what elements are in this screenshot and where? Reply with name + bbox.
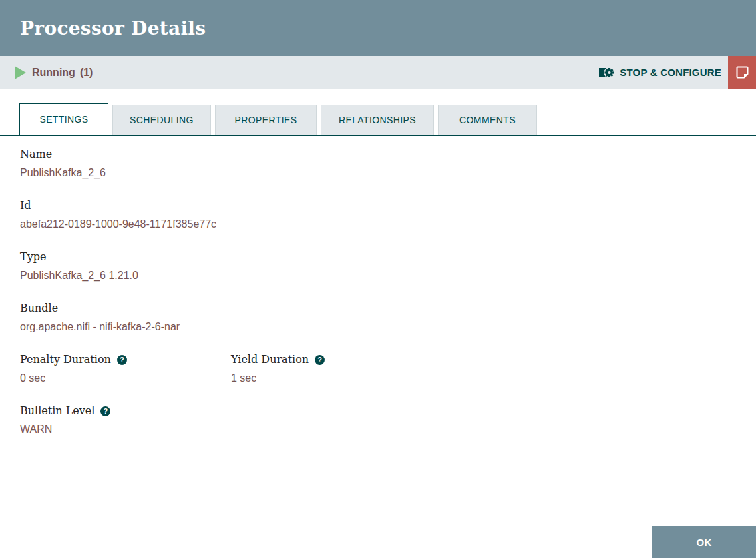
bulletin-level-value: WARN [20, 422, 736, 437]
yield-duration-label: Yield Duration ? [231, 352, 325, 367]
dialog-title: Processor Details [20, 17, 206, 39]
tab-relationships-label: RELATIONSHIPS [339, 115, 416, 125]
penalty-duration-label-text: Penalty Duration [20, 352, 111, 367]
tab-properties[interactable]: PROPERTIES [215, 105, 317, 135]
field-yield-duration: Yield Duration ? 1 sec [231, 352, 325, 386]
bulletin-level-label-text: Bulletin Level [20, 404, 94, 418]
ok-button[interactable]: OK [652, 526, 756, 558]
field-id: Id abefa212-0189-1000-9e48-1171f385e77c [20, 198, 736, 232]
run-state-label: Running [32, 67, 75, 79]
question-circle-icon[interactable]: ? [117, 355, 127, 365]
name-label: Name [20, 147, 736, 162]
type-label: Type [20, 250, 736, 264]
tab-properties-label: PROPERTIES [235, 115, 297, 125]
bulletin-level-label: Bulletin Level ? [20, 404, 736, 418]
penalty-duration-label: Penalty Duration ? [20, 352, 231, 367]
status-bar: Running (1) STOP & CONFIG [0, 56, 756, 89]
question-circle-icon[interactable]: ? [100, 406, 110, 416]
run-state-count: (1) [80, 67, 93, 79]
bulletin-indicator[interactable] [728, 56, 756, 89]
tab-settings-label: SETTINGS [39, 114, 88, 125]
settings-tab-content: Name PublishKafka_2_6 Id abefa212-0189-1… [0, 136, 756, 437]
field-bulletin-level: Bulletin Level ? WARN [20, 404, 736, 437]
stop-and-configure-label: STOP & CONFIGURE [620, 67, 721, 78]
yield-duration-value: 1 sec [231, 371, 325, 386]
operate-gear-icon [599, 66, 615, 79]
penalty-duration-value: 0 sec [20, 371, 231, 386]
field-type: Type PublishKafka_2_6 1.21.0 [20, 250, 736, 283]
field-penalty-duration: Penalty Duration ? 0 sec [20, 352, 231, 386]
name-value: PublishKafka_2_6 [20, 166, 736, 180]
duration-row: Penalty Duration ? 0 sec Yield Duration … [20, 352, 736, 404]
tab-comments-label: COMMENTS [459, 115, 516, 125]
tab-settings[interactable]: SETTINGS [19, 103, 108, 135]
processor-details-dialog: Processor Details Running (1) [0, 0, 756, 437]
id-value: abefa212-0189-1000-9e48-1171f385e77c [20, 217, 736, 232]
field-bundle: Bundle org.apache.nifi - nifi-kafka-2-6-… [20, 301, 736, 334]
tab-relationships[interactable]: RELATIONSHIPS [321, 105, 434, 135]
id-label: Id [20, 198, 736, 213]
type-value: PublishKafka_2_6 1.21.0 [20, 268, 736, 283]
dialog-header: Processor Details [0, 0, 756, 56]
tab-comments[interactable]: COMMENTS [438, 105, 537, 135]
stop-and-configure-button[interactable]: STOP & CONFIGURE [599, 66, 721, 79]
yield-duration-label-text: Yield Duration [231, 352, 309, 367]
question-circle-icon[interactable]: ? [315, 355, 325, 365]
bundle-label: Bundle [20, 301, 736, 316]
sticky-note-icon [735, 65, 750, 80]
tab-bar: SETTINGS SCHEDULING PROPERTIES RELATIONS… [0, 103, 756, 136]
field-name: Name PublishKafka_2_6 [20, 147, 736, 180]
play-triangle-icon [15, 66, 26, 79]
tab-scheduling[interactable]: SCHEDULING [112, 105, 211, 135]
bundle-value: org.apache.nifi - nifi-kafka-2-6-nar [20, 320, 736, 334]
tab-scheduling-label: SCHEDULING [130, 115, 194, 125]
